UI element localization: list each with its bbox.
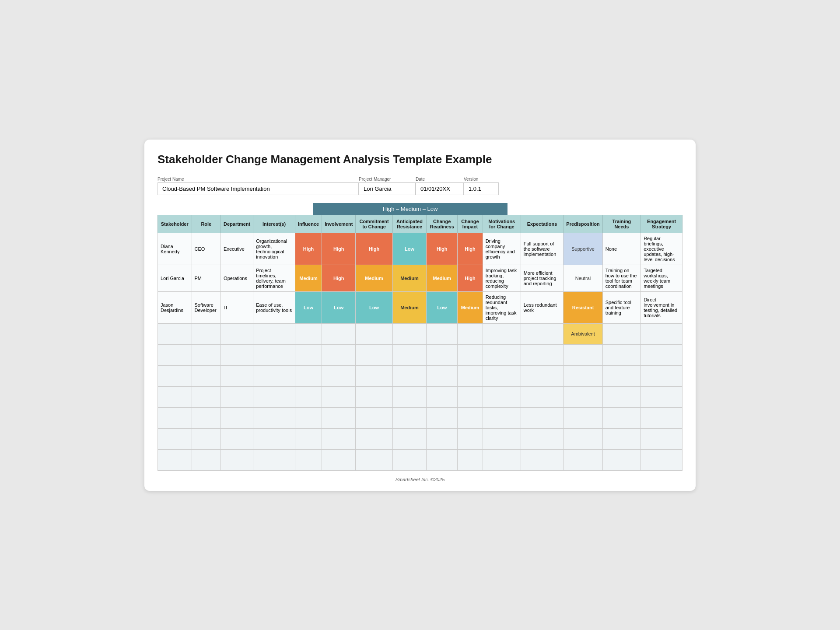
empty-row: [158, 365, 682, 386]
project-manager-field: Project Manager Lori Garcia: [359, 177, 416, 195]
legend-bar: High – Medium – Low: [313, 203, 508, 215]
footer-text: Smartsheet Inc. ©2025: [158, 477, 682, 482]
col-influence: Influence: [295, 215, 322, 233]
project-manager-label: Project Manager: [359, 177, 416, 182]
empty-row: [158, 344, 682, 365]
col-commitment: Commitment to Change: [356, 215, 392, 233]
col-resistance: Anticipated Resistance: [392, 215, 426, 233]
main-table: Stakeholder Role Department Interest(s) …: [158, 215, 682, 471]
col-predisposition: Predisposition: [564, 215, 602, 233]
col-role: Role: [192, 215, 221, 233]
table-row: Jason DesjardinsSoftware DeveloperITEase…: [158, 291, 682, 323]
empty-row: [158, 449, 682, 470]
col-engagement: Engagement Strategy: [641, 215, 682, 233]
project-name-label: Project Name: [158, 177, 359, 182]
project-date-label: Date: [416, 177, 464, 182]
page-container: Stakeholder Change Management Analysis T…: [144, 140, 696, 491]
empty-row: Ambivalent: [158, 323, 682, 344]
col-department: Department: [221, 215, 253, 233]
col-impact: Change Impact: [458, 215, 483, 233]
empty-row: [158, 428, 682, 449]
project-version-field: Version 1.0.1: [464, 177, 499, 195]
col-readiness: Change Readiness: [427, 215, 458, 233]
col-training: Training Needs: [602, 215, 640, 233]
table-row: Lori GarciaPMOperationsProject timelines…: [158, 265, 682, 291]
table-row: Diana KennedyCEOExecutiveOrganizational …: [158, 233, 682, 265]
col-involvement: Involvement: [322, 215, 356, 233]
project-name-field: Project Name Cloud-Based PM Software Imp…: [158, 177, 359, 195]
project-manager-value: Lori Garcia: [359, 182, 416, 195]
col-interests: Interest(s): [253, 215, 295, 233]
col-motivations: Motivations for Change: [483, 215, 521, 233]
col-stakeholder: Stakeholder: [158, 215, 192, 233]
page-title: Stakeholder Change Management Analysis T…: [158, 153, 682, 166]
empty-row: [158, 386, 682, 407]
project-version-label: Version: [464, 177, 499, 182]
project-name-value: Cloud-Based PM Software Implementation: [158, 182, 359, 195]
header-row: Stakeholder Role Department Interest(s) …: [158, 215, 682, 233]
project-date-value: 01/01/20XX: [416, 182, 464, 195]
project-info: Project Name Cloud-Based PM Software Imp…: [158, 177, 682, 195]
col-expectations: Expectations: [521, 215, 564, 233]
empty-row: [158, 407, 682, 428]
project-version-value: 1.0.1: [464, 182, 499, 195]
project-date-field: Date 01/01/20XX: [416, 177, 464, 195]
